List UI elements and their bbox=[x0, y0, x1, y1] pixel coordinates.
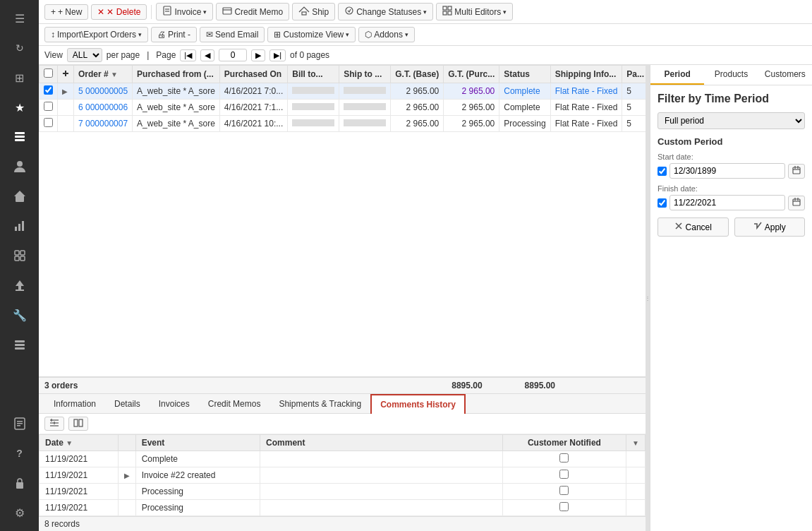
orders-table: Order # ▼ Purchased from (... Purchased … bbox=[39, 65, 646, 132]
col-header-notified[interactable]: Customer Notified bbox=[502, 435, 626, 451]
comments-action-1 bbox=[626, 451, 646, 467]
start-date-row: Start date: bbox=[658, 153, 805, 179]
start-date-input[interactable] bbox=[669, 163, 785, 179]
col-header-comment[interactable]: Comment bbox=[260, 435, 503, 451]
col-header-gt-base[interactable]: G.T. (Base) bbox=[391, 66, 444, 83]
comments-notified-1[interactable] bbox=[502, 451, 626, 467]
main-content: + + New ✕ ✕ Delete Invoice ▾ Credit Memo… bbox=[39, 0, 812, 531]
customize-view-button[interactable]: ⊞ Customize View ▾ bbox=[267, 27, 356, 42]
start-date-checkbox[interactable] bbox=[658, 167, 667, 176]
col-header-pa[interactable]: Pa... bbox=[622, 66, 646, 83]
cancel-filter-icon bbox=[674, 222, 683, 232]
delete-button[interactable]: ✕ ✕ Delete bbox=[91, 4, 147, 20]
finish-date-picker-btn[interactable] bbox=[788, 196, 805, 210]
col-header-date[interactable]: Date ▼ bbox=[40, 435, 119, 451]
col-tool-btn1[interactable] bbox=[44, 417, 64, 431]
col-header-ship-to[interactable]: Ship to ... bbox=[339, 66, 391, 83]
col-header-purchased-from[interactable]: Purchased from (... bbox=[133, 66, 220, 83]
tab-information[interactable]: Information bbox=[44, 394, 105, 414]
refresh-icon[interactable]: ↻ bbox=[7, 35, 32, 61]
col-header-bill-to[interactable]: Bill to... bbox=[288, 66, 339, 83]
row-expand-2[interactable] bbox=[58, 100, 74, 116]
layers-icon[interactable] bbox=[7, 332, 32, 357]
tab-shipments[interactable]: Shipments & Tracking bbox=[269, 394, 370, 414]
comments-notified-4[interactable] bbox=[502, 500, 626, 516]
row-check-2[interactable] bbox=[40, 100, 58, 116]
col-tool-btn2[interactable] bbox=[68, 417, 88, 431]
comments-comment-3 bbox=[260, 484, 503, 500]
invoice-icon bbox=[162, 6, 172, 18]
change-statuses-button[interactable]: Change Statuses ▾ bbox=[338, 3, 433, 20]
select-all-checkbox[interactable] bbox=[44, 68, 53, 78]
page-last-button[interactable]: ▶| bbox=[269, 49, 286, 61]
addons-button[interactable]: ⬡ Addons ▾ bbox=[358, 27, 415, 42]
tab-comments-history[interactable]: Comments History bbox=[370, 394, 466, 414]
comments-notified-2[interactable] bbox=[502, 467, 626, 484]
page-first-button[interactable]: |◀ bbox=[180, 49, 196, 61]
col-header-status[interactable]: Status bbox=[499, 66, 550, 83]
col-header-gt-purc[interactable]: G.T. (Purc... bbox=[444, 66, 499, 83]
start-date-picker-btn[interactable] bbox=[788, 164, 805, 179]
apply-label: Apply bbox=[765, 222, 786, 232]
svg-rect-12 bbox=[15, 256, 19, 261]
home-icon[interactable]: ⊞ bbox=[7, 65, 32, 90]
finish-date-checkbox[interactable] bbox=[658, 198, 667, 208]
orders2-icon[interactable] bbox=[7, 411, 32, 436]
period-select[interactable]: Full period Today Yesterday Last 7 days … bbox=[658, 112, 805, 129]
row-check-3[interactable] bbox=[40, 116, 58, 132]
page-prev-button[interactable]: ◀ bbox=[200, 49, 214, 61]
col-header-purchased-on[interactable]: Purchased On bbox=[219, 66, 287, 83]
comments-expand-2[interactable]: ▶ bbox=[118, 467, 135, 484]
svg-rect-18 bbox=[15, 344, 25, 346]
col-header-event[interactable]: Event bbox=[135, 435, 260, 451]
ship-button[interactable]: Ship bbox=[292, 3, 335, 20]
chart-icon[interactable] bbox=[7, 213, 32, 239]
comments-table: Date ▼ Event Comment Customer Notified ▼… bbox=[39, 434, 646, 516]
import-export-button[interactable]: ↕ Import\Export Orders ▾ bbox=[44, 27, 148, 42]
tab-credit-memos[interactable]: Credit Memos bbox=[199, 394, 270, 414]
comments-date-4: 11/19/2021 bbox=[40, 500, 119, 516]
tab-details[interactable]: Details bbox=[105, 394, 150, 414]
apply-filter-icon bbox=[753, 222, 762, 232]
person-icon[interactable] bbox=[7, 154, 32, 179]
rp-tab-period[interactable]: Period bbox=[650, 65, 704, 85]
print-button[interactable]: 🖨 Print - bbox=[151, 27, 197, 42]
rp-tab-products[interactable]: Products bbox=[704, 65, 758, 85]
comments-notified-3[interactable] bbox=[502, 484, 626, 500]
lock-icon[interactable] bbox=[7, 470, 32, 496]
svg-rect-22 bbox=[17, 423, 23, 424]
svg-rect-21 bbox=[17, 421, 23, 422]
new-button[interactable]: + + New bbox=[44, 4, 88, 20]
multi-editors-button[interactable]: Multi Editors ▾ bbox=[436, 3, 513, 20]
building-icon[interactable] bbox=[7, 184, 32, 209]
tabs-row: Information Details Invoices Credit Memo… bbox=[39, 394, 646, 414]
finish-date-input[interactable] bbox=[669, 195, 785, 210]
puzzle-icon[interactable] bbox=[7, 243, 32, 268]
wrench-icon[interactable]: 🔧 bbox=[7, 302, 32, 328]
orders-icon[interactable] bbox=[7, 124, 32, 150]
upload-icon[interactable] bbox=[7, 273, 32, 298]
menu-icon[interactable]: ☰ bbox=[7, 6, 32, 31]
apply-filter-button[interactable]: Apply bbox=[734, 217, 806, 237]
row-num-2: 6 000000006 bbox=[74, 100, 133, 116]
credit-memo-button[interactable]: Credit Memo bbox=[216, 3, 289, 20]
per-page-select[interactable]: ALL2050100 bbox=[67, 48, 102, 62]
col-header-order[interactable]: Order # ▼ bbox=[74, 66, 133, 83]
rp-tab-customers[interactable]: Customers bbox=[758, 65, 812, 85]
col-header-shipping[interactable]: Shipping Info... bbox=[550, 66, 622, 83]
settings-icon[interactable]: ⚙ bbox=[7, 500, 32, 525]
comments-expand-4 bbox=[118, 500, 135, 516]
cancel-filter-button[interactable]: Cancel bbox=[658, 217, 729, 237]
page-input[interactable] bbox=[219, 49, 247, 61]
row-expand-1[interactable]: ▶ bbox=[58, 83, 74, 100]
tab-invoices[interactable]: Invoices bbox=[150, 394, 199, 414]
row-expand-3[interactable] bbox=[58, 116, 74, 132]
help-icon[interactable]: ? bbox=[7, 441, 32, 466]
invoice-button[interactable]: Invoice ▾ bbox=[156, 3, 213, 20]
comments-comment-4 bbox=[260, 500, 503, 516]
page-next-button[interactable]: ▶ bbox=[251, 49, 265, 61]
row-check-1[interactable] bbox=[40, 83, 58, 100]
star-icon[interactable]: ★ bbox=[7, 95, 32, 120]
comments-row: 11/19/2021 Processing bbox=[40, 500, 646, 516]
send-email-button[interactable]: ✉ Send Email bbox=[200, 27, 265, 42]
